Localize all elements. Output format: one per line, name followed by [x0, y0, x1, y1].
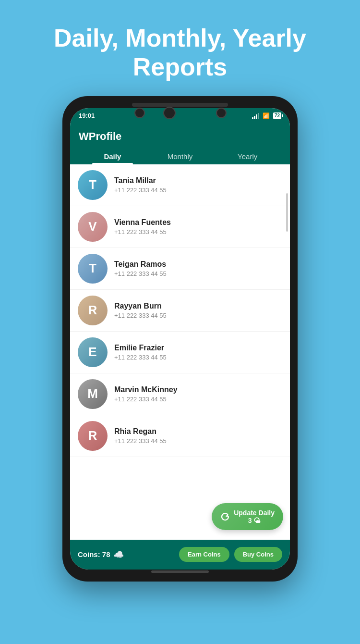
coins-label: Coins: 78 ☁️	[78, 549, 124, 560]
battery-icon: 72	[273, 112, 281, 119]
update-daily-button[interactable]: Update Daily 3 🌤	[212, 503, 283, 530]
phone-camera-center	[163, 107, 176, 119]
contact-name: Teigan Ramos	[114, 260, 282, 269]
phone-bottom-bar	[151, 570, 209, 573]
bottom-bar: Coins: 78 ☁️ Earn Coins Buy Coins	[70, 540, 290, 570]
avatar: V	[78, 212, 108, 242]
list-item[interactable]: V Vienna Fuentes +11 222 333 44 55	[70, 206, 290, 248]
app-bar: WProfile Daily Monthly Yearly	[70, 124, 290, 164]
update-daily-label: Update Daily	[234, 509, 275, 517]
contact-info: Rhia Regan +11 222 333 44 55	[114, 427, 282, 445]
phone-camera-left	[134, 108, 145, 118]
contact-name: Rhia Regan	[114, 427, 282, 436]
contact-name: Emilie Frazier	[114, 344, 282, 352]
contact-phone: +11 222 333 44 55	[114, 354, 282, 361]
contact-name: Tania Millar	[114, 176, 282, 185]
contact-phone: +11 222 333 44 55	[114, 228, 282, 235]
avatar: T	[78, 254, 108, 284]
tab-yearly[interactable]: Yearly	[214, 148, 281, 164]
contact-name: Vienna Fuentes	[114, 218, 282, 227]
scrollbar[interactable]	[286, 193, 288, 232]
avatar: R	[78, 296, 108, 325]
phone-notch	[132, 103, 228, 107]
list-item[interactable]: M Marvin McKinney +11 222 333 44 55	[70, 373, 290, 415]
buy-coins-button[interactable]: Buy Coins	[234, 547, 282, 562]
contact-info: Tania Millar +11 222 333 44 55	[114, 176, 282, 194]
list-item[interactable]: T Tania Millar +11 222 333 44 55	[70, 164, 290, 206]
avatar: T	[78, 170, 108, 200]
contact-info: Emilie Frazier +11 222 333 44 55	[114, 344, 282, 361]
tab-daily[interactable]: Daily	[79, 148, 146, 164]
list-item[interactable]: R Rayyan Burn +11 222 333 44 55	[70, 290, 290, 332]
content-area: T Tania Millar +11 222 333 44 55 V Vienn…	[70, 164, 290, 540]
contact-phone: +11 222 333 44 55	[114, 312, 282, 319]
avatar: E	[78, 337, 108, 367]
list-item[interactable]: E Emilie Frazier +11 222 333 44 55	[70, 332, 290, 373]
update-emoji: 🌤	[253, 517, 260, 524]
contact-name: Marvin McKinney	[114, 385, 282, 394]
tabs-container: Daily Monthly Yearly	[79, 148, 281, 164]
status-bar: 19:01 📶 72	[70, 108, 290, 124]
status-icons: 📶 72	[252, 112, 281, 119]
coins-emoji: ☁️	[113, 549, 124, 560]
contact-phone: +11 222 333 44 55	[114, 186, 282, 194]
signal-icon	[252, 112, 259, 119]
contact-list: T Tania Millar +11 222 333 44 55 V Vienn…	[70, 164, 290, 457]
wifi-icon: 📶	[263, 112, 270, 119]
status-time: 19:01	[79, 112, 95, 119]
contact-phone: +11 222 333 44 55	[114, 396, 282, 403]
phone-camera-right	[216, 108, 227, 118]
page-title: Daily, Monthly, YearlyReports	[35, 24, 325, 82]
tab-monthly[interactable]: Monthly	[146, 148, 214, 164]
contact-info: Teigan Ramos +11 222 333 44 55	[114, 260, 282, 277]
contact-info: Vienna Fuentes +11 222 333 44 55	[114, 218, 282, 235]
list-item[interactable]: R Rhia Regan +11 222 333 44 55	[70, 415, 290, 457]
bottom-buttons: Earn Coins Buy Coins	[179, 547, 282, 562]
contact-phone: +11 222 333 44 55	[114, 270, 282, 277]
earn-coins-button[interactable]: Earn Coins	[179, 547, 229, 562]
app-title: WProfile	[79, 130, 281, 143]
list-item[interactable]: T Teigan Ramos +11 222 333 44 55	[70, 248, 290, 290]
avatar: R	[78, 421, 108, 451]
contact-info: Marvin McKinney +11 222 333 44 55	[114, 385, 282, 403]
contact-name: Rayyan Burn	[114, 302, 282, 310]
avatar: M	[78, 379, 108, 409]
contact-phone: +11 222 333 44 55	[114, 437, 282, 445]
refresh-icon	[220, 512, 230, 521]
phone-screen: 19:01 📶 72 WProfile Daily	[70, 108, 290, 570]
update-count: 3	[248, 517, 252, 524]
contact-info: Rayyan Burn +11 222 333 44 55	[114, 302, 282, 319]
phone-outer: 19:01 📶 72 WProfile Daily	[62, 96, 298, 582]
